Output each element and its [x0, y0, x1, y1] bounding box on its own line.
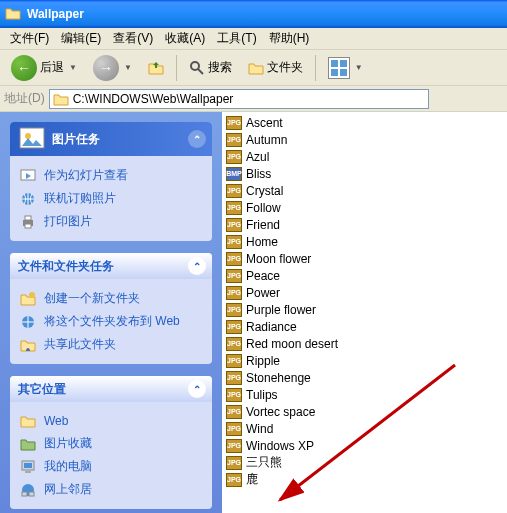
- task-label: Web: [44, 414, 68, 428]
- jpg-file-icon: JPG: [226, 439, 242, 453]
- task-share[interactable]: 共享此文件夹: [20, 333, 202, 356]
- forward-button[interactable]: → ▼: [86, 51, 139, 85]
- picture-tasks-header[interactable]: 图片任务 ⌃: [10, 122, 212, 156]
- task-label: 共享此文件夹: [44, 336, 116, 353]
- file-item[interactable]: JPGAutumn: [224, 131, 505, 148]
- svg-point-8: [29, 292, 35, 298]
- file-item[interactable]: JPGPower: [224, 284, 505, 301]
- file-item[interactable]: JPGCrystal: [224, 182, 505, 199]
- back-button[interactable]: ← 后退 ▼: [4, 51, 84, 85]
- file-name: Azul: [246, 150, 269, 164]
- address-bar: 地址(D): [0, 86, 507, 112]
- task-new-folder[interactable]: 创建一个新文件夹: [20, 287, 202, 310]
- file-name: Red moon desert: [246, 337, 338, 351]
- menu-favorites[interactable]: 收藏(A): [159, 28, 211, 49]
- file-name: Tulips: [246, 388, 278, 402]
- file-item[interactable]: JPGRipple: [224, 352, 505, 369]
- panel-title: 其它位置: [18, 381, 66, 398]
- views-button[interactable]: ▼: [321, 53, 370, 83]
- address-label: 地址(D): [4, 90, 45, 107]
- panel-title: 文件和文件夹任务: [18, 258, 114, 275]
- file-name: Radiance: [246, 320, 297, 334]
- task-label: 创建一个新文件夹: [44, 290, 140, 307]
- place-my-computer[interactable]: 我的电脑: [20, 455, 202, 478]
- file-list[interactable]: JPGAscentJPGAutumnJPGAzulBMPBlissJPGCrys…: [222, 112, 507, 513]
- address-box[interactable]: [49, 89, 429, 109]
- jpg-file-icon: JPG: [226, 371, 242, 385]
- file-item[interactable]: JPGWind: [224, 420, 505, 437]
- svg-rect-11: [24, 463, 32, 468]
- file-item[interactable]: JPG三只熊: [224, 454, 505, 471]
- address-input[interactable]: [73, 92, 425, 106]
- search-button[interactable]: 搜索: [182, 55, 239, 80]
- jpg-file-icon: JPG: [226, 354, 242, 368]
- menu-file[interactable]: 文件(F): [4, 28, 55, 49]
- file-name: Wind: [246, 422, 273, 436]
- folders-button[interactable]: 文件夹: [241, 55, 310, 80]
- file-item[interactable]: BMPBliss: [224, 165, 505, 182]
- file-item[interactable]: JPGFollow: [224, 199, 505, 216]
- panel-body: 作为幻灯片查看 联机订购照片 打印图片: [10, 156, 212, 241]
- menu-bar: 文件(F) 编辑(E) 查看(V) 收藏(A) 工具(T) 帮助(H): [0, 28, 507, 50]
- file-item[interactable]: JPGRadiance: [224, 318, 505, 335]
- folders-icon: [248, 60, 264, 76]
- new-folder-icon: [20, 291, 36, 307]
- file-item[interactable]: JPG鹿: [224, 471, 505, 488]
- up-button[interactable]: [141, 56, 171, 80]
- menu-view[interactable]: 查看(V): [107, 28, 159, 49]
- place-web[interactable]: Web: [20, 410, 202, 432]
- menu-help[interactable]: 帮助(H): [263, 28, 316, 49]
- file-item[interactable]: JPGFriend: [224, 216, 505, 233]
- jpg-file-icon: JPG: [226, 337, 242, 351]
- printer-icon: [20, 214, 36, 230]
- jpg-file-icon: JPG: [226, 201, 242, 215]
- jpg-file-icon: JPG: [226, 286, 242, 300]
- file-item[interactable]: JPGPeace: [224, 267, 505, 284]
- forward-icon: →: [93, 55, 119, 81]
- svg-rect-12: [25, 471, 31, 473]
- jpg-file-icon: JPG: [226, 133, 242, 147]
- collapse-icon[interactable]: ⌃: [188, 380, 206, 398]
- task-print[interactable]: 打印图片: [20, 210, 202, 233]
- place-network[interactable]: 网上邻居: [20, 478, 202, 501]
- folder-icon: [53, 91, 69, 107]
- file-item[interactable]: JPGVortec space: [224, 403, 505, 420]
- task-publish-web[interactable]: 将这个文件夹发布到 Web: [20, 310, 202, 333]
- file-name: Ascent: [246, 116, 283, 130]
- file-item[interactable]: JPGAzul: [224, 148, 505, 165]
- file-item[interactable]: JPGPurple flower: [224, 301, 505, 318]
- menu-edit[interactable]: 编辑(E): [55, 28, 107, 49]
- svg-rect-6: [25, 216, 31, 220]
- back-icon: ←: [11, 55, 37, 81]
- task-label: 将这个文件夹发布到 Web: [44, 313, 180, 330]
- task-slideshow[interactable]: 作为幻灯片查看: [20, 164, 202, 187]
- file-item[interactable]: JPGRed moon desert: [224, 335, 505, 352]
- pictures-folder-icon: [20, 436, 36, 452]
- file-name: 三只熊: [246, 454, 282, 471]
- file-name: Power: [246, 286, 280, 300]
- jpg-file-icon: JPG: [226, 252, 242, 266]
- file-name: Bliss: [246, 167, 271, 181]
- file-item[interactable]: JPGMoon flower: [224, 250, 505, 267]
- folder-up-icon: [148, 60, 164, 76]
- menu-tools[interactable]: 工具(T): [211, 28, 262, 49]
- task-order-online[interactable]: 联机订购照片: [20, 187, 202, 210]
- file-item[interactable]: JPGAscent: [224, 114, 505, 131]
- collapse-icon[interactable]: ⌃: [188, 257, 206, 275]
- file-item[interactable]: JPGTulips: [224, 386, 505, 403]
- file-name: Friend: [246, 218, 280, 232]
- window-title: Wallpaper: [27, 7, 84, 21]
- panel-title: 图片任务: [52, 131, 100, 148]
- file-name: Peace: [246, 269, 280, 283]
- folder-tasks-header[interactable]: 文件和文件夹任务 ⌃: [10, 253, 212, 279]
- file-item[interactable]: JPGStonehenge: [224, 369, 505, 386]
- folders-label: 文件夹: [267, 59, 303, 76]
- place-pictures[interactable]: 图片收藏: [20, 432, 202, 455]
- task-label: 网上邻居: [44, 481, 92, 498]
- task-label: 联机订购照片: [44, 190, 116, 207]
- other-places-header[interactable]: 其它位置 ⌃: [10, 376, 212, 402]
- jpg-file-icon: JPG: [226, 303, 242, 317]
- collapse-icon[interactable]: ⌃: [188, 130, 206, 148]
- file-item[interactable]: JPGHome: [224, 233, 505, 250]
- file-item[interactable]: JPGWindows XP: [224, 437, 505, 454]
